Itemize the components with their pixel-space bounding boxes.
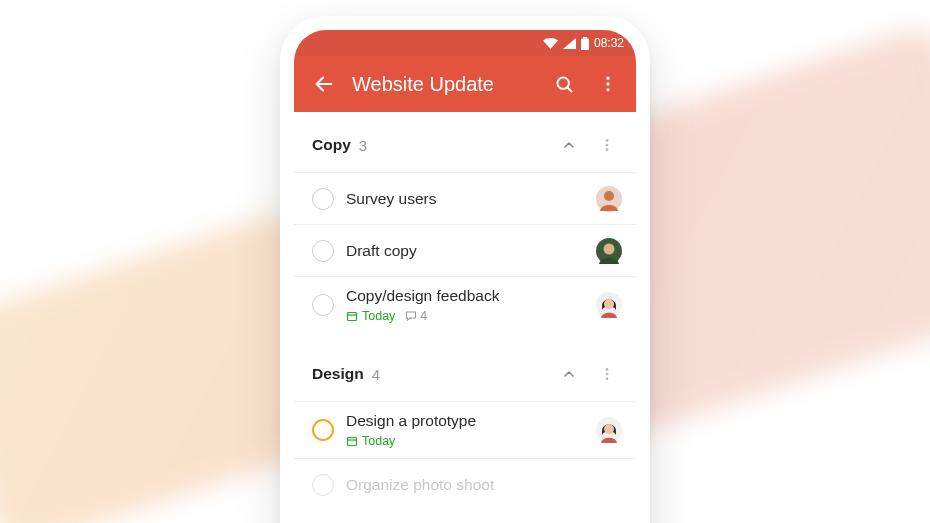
wifi-icon: [543, 38, 558, 49]
assignee-avatar[interactable]: [596, 238, 622, 264]
status-bar: 08:32: [294, 30, 636, 56]
task-checkbox[interactable]: [312, 240, 334, 262]
status-time: 08:32: [594, 36, 624, 50]
section-count: 4: [372, 366, 380, 383]
chevron-up-icon: [561, 366, 577, 382]
svg-rect-0: [583, 37, 587, 39]
assignee-avatar[interactable]: [596, 417, 622, 443]
calendar-icon: [346, 435, 358, 447]
more-vert-icon: [598, 74, 618, 94]
task-row[interactable]: Design a prototype Today: [294, 401, 636, 458]
svg-point-9: [606, 144, 609, 147]
svg-point-18: [604, 299, 614, 309]
svg-point-6: [606, 82, 609, 85]
task-title: Organize photo shoot: [346, 476, 610, 494]
more-button[interactable]: [586, 62, 630, 106]
svg-point-21: [606, 377, 609, 380]
svg-point-14: [604, 243, 615, 254]
section-more-button[interactable]: [592, 359, 622, 389]
page-title: Website Update: [346, 73, 542, 96]
cell-signal-icon: [563, 38, 576, 49]
svg-line-4: [567, 87, 571, 91]
collapse-section-button[interactable]: [554, 359, 584, 389]
task-row[interactable]: Survey users: [294, 172, 636, 224]
chevron-up-icon: [561, 137, 577, 153]
collapse-section-button[interactable]: [554, 130, 584, 160]
task-row[interactable]: Copy/design feedback Today 4: [294, 276, 636, 333]
task-row[interactable]: Organize photo shoot: [294, 458, 636, 510]
section-count: 3: [359, 137, 367, 154]
svg-point-10: [606, 148, 609, 151]
task-title: Copy/design feedback: [346, 287, 584, 305]
task-comment-count: 4: [405, 309, 427, 323]
svg-point-12: [604, 191, 614, 201]
task-checkbox[interactable]: [312, 188, 334, 210]
assignee-avatar[interactable]: [596, 186, 622, 212]
assignee-avatar[interactable]: [596, 292, 622, 318]
svg-point-20: [606, 373, 609, 376]
svg-point-25: [604, 424, 614, 434]
task-checkbox[interactable]: [312, 474, 334, 496]
arrow-left-icon: [313, 73, 335, 95]
section-more-button[interactable]: [592, 130, 622, 160]
task-due-date: Today: [346, 309, 395, 323]
section-title: Copy: [312, 136, 351, 154]
task-checkbox[interactable]: [312, 419, 334, 441]
task-row[interactable]: Draft copy: [294, 224, 636, 276]
section-header-copy: Copy 3: [294, 112, 636, 172]
svg-point-7: [606, 88, 609, 91]
section-header-design: Design 4: [294, 333, 636, 401]
task-due-date: Today: [346, 434, 395, 448]
calendar-icon: [346, 310, 358, 322]
svg-point-5: [606, 77, 609, 80]
comment-icon: [405, 310, 417, 322]
phone-frame: 08:32 Website Update Copy 3: [280, 16, 650, 523]
search-icon: [554, 74, 575, 95]
back-button[interactable]: [302, 62, 346, 106]
more-vert-icon: [599, 137, 615, 153]
task-title: Draft copy: [346, 242, 584, 260]
content-area: Copy 3 Survey users: [294, 112, 636, 523]
svg-rect-1: [581, 38, 589, 50]
app-bar: Website Update: [294, 56, 636, 112]
svg-rect-22: [348, 438, 357, 446]
battery-icon: [581, 37, 589, 50]
section-title: Design: [312, 365, 364, 383]
screen: 08:32 Website Update Copy 3: [294, 30, 636, 523]
task-checkbox[interactable]: [312, 294, 334, 316]
svg-point-19: [606, 368, 609, 371]
svg-point-8: [606, 139, 609, 142]
more-vert-icon: [599, 366, 615, 382]
task-title: Survey users: [346, 190, 584, 208]
search-button[interactable]: [542, 62, 586, 106]
svg-rect-15: [348, 313, 357, 321]
task-title: Design a prototype: [346, 412, 584, 430]
